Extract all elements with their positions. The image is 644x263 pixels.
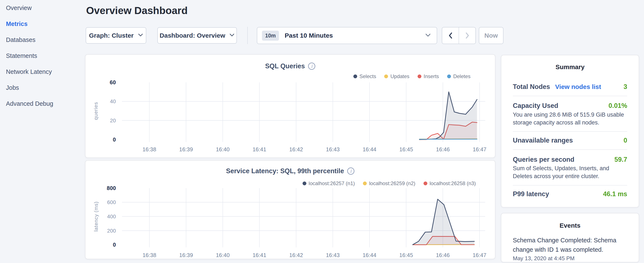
summary-row-p99-latency: P99 latency 46.1 ms <box>513 190 627 198</box>
chevron-down-icon <box>138 34 143 38</box>
svg-text:16:40: 16:40 <box>216 146 230 152</box>
svg-text:16:45: 16:45 <box>399 146 413 152</box>
summary-label: Queries per second <box>513 156 574 163</box>
svg-text:16:40: 16:40 <box>216 252 230 258</box>
svg-text:16:46: 16:46 <box>436 252 450 258</box>
next-time-button[interactable] <box>459 28 476 44</box>
summary-panel: Summary Total Nodes View nodes list 3 Ca… <box>501 55 639 207</box>
svg-text:400: 400 <box>107 214 116 219</box>
time-step-buttons <box>442 27 476 44</box>
summary-value: 59.7 <box>614 156 627 163</box>
summary-value: 0.01% <box>608 102 627 110</box>
svg-text:16:45: 16:45 <box>399 252 413 258</box>
now-button[interactable]: Now <box>479 27 504 44</box>
svg-text:16:41: 16:41 <box>252 252 266 258</box>
svg-text:16:38: 16:38 <box>142 146 156 152</box>
svg-text:queries: queries <box>93 102 99 120</box>
svg-text:16:38: 16:38 <box>143 252 156 258</box>
svg-text:latency (ms): latency (ms) <box>93 201 99 231</box>
summary-label: Unavailable ranges <box>513 137 573 144</box>
dashboard-dropdown[interactable]: Dashboard: Overview <box>157 27 237 44</box>
sidebar-item-jobs[interactable]: Jobs <box>0 80 85 96</box>
event-timestamp: May 13, 2020 at 4:45 PM <box>513 255 627 262</box>
service-latency-chart-card: Service Latency: SQL, 99th percentile i … <box>85 160 496 259</box>
svg-text:16:47: 16:47 <box>473 252 486 258</box>
chevron-down-icon <box>425 34 431 38</box>
summary-value: 3 <box>624 83 627 91</box>
summary-row-queries-per-second: Queries per second 59.7 <box>513 155 627 164</box>
chevron-down-icon <box>230 34 234 38</box>
previous-time-button[interactable] <box>442 28 459 44</box>
summary-title: Summary <box>501 63 639 71</box>
dashboard-label: Dashboard: Overview <box>160 32 225 39</box>
summary-row-capacity-used: Capacity Used 0.01% <box>513 101 627 110</box>
svg-text:16:44: 16:44 <box>363 146 376 152</box>
svg-text:16:47: 16:47 <box>473 146 486 152</box>
sql-queries-chart-card: SQL Queries i SelectsUpdatesInsertsDelet… <box>85 54 496 158</box>
divider <box>513 131 627 132</box>
svg-text:60: 60 <box>110 79 116 85</box>
svg-text:0: 0 <box>113 137 116 143</box>
sidebar-item-advanced-debug[interactable]: Advanced Debug <box>0 96 85 112</box>
graph-scope-label: Graph: Cluster <box>89 32 134 39</box>
svg-text:0: 0 <box>113 242 116 248</box>
page-title: Overview Dashboard <box>86 5 188 16</box>
summary-subtext: You are using 28.6 MiB of 515.9 GiB usab… <box>513 111 627 127</box>
event-item[interactable]: Schema Change Completed: Schema change w… <box>513 235 627 254</box>
toolbar-divider <box>247 27 248 44</box>
graph-scope-dropdown[interactable]: Graph: Cluster <box>86 27 146 44</box>
svg-text:16:44: 16:44 <box>363 252 376 258</box>
divider <box>513 149 627 150</box>
summary-value: 0 <box>624 137 627 144</box>
svg-text:16:39: 16:39 <box>179 146 193 152</box>
svg-text:40: 40 <box>110 99 116 104</box>
service-latency-plot: 16:3816:3916:4016:4116:4216:4316:4416:45… <box>86 161 495 259</box>
events-title: Events <box>501 222 639 229</box>
svg-text:16:46: 16:46 <box>436 146 450 152</box>
events-panel: Events Schema Change Completed: Schema c… <box>501 213 639 262</box>
summary-row-total-nodes: Total Nodes View nodes list 3 <box>513 82 627 91</box>
sidebar-item-network-latency[interactable]: Network Latency <box>0 64 85 80</box>
svg-text:600: 600 <box>107 199 116 205</box>
divider <box>513 96 627 96</box>
svg-text:16:42: 16:42 <box>289 252 303 258</box>
svg-text:200: 200 <box>107 228 116 234</box>
summary-row-unavailable-ranges: Unavailable ranges 0 <box>513 136 627 145</box>
sidebar: Overview Metrics Databases Statements Ne… <box>0 0 85 112</box>
time-window-badge: 10m <box>262 31 279 41</box>
svg-text:16:42: 16:42 <box>289 146 303 152</box>
svg-text:16:41: 16:41 <box>252 146 266 152</box>
summary-value: 46.1 ms <box>603 190 627 198</box>
sidebar-item-statements[interactable]: Statements <box>0 48 85 64</box>
svg-text:16:43: 16:43 <box>326 252 340 258</box>
time-window-dropdown[interactable]: 10m Past 10 Minutes <box>257 27 437 44</box>
sidebar-item-overview[interactable]: Overview <box>0 0 85 16</box>
svg-text:16:39: 16:39 <box>179 252 193 258</box>
view-nodes-list-link[interactable]: View nodes list <box>555 83 601 90</box>
summary-subtext: Sum of Selects, Updates, Inserts, and De… <box>513 164 627 180</box>
time-window-label: Past 10 Minutes <box>285 32 333 39</box>
svg-text:20: 20 <box>110 118 116 123</box>
summary-label: P99 latency <box>513 190 549 198</box>
sql-queries-plot: 16:3816:3916:4016:4116:4216:4316:4416:45… <box>86 55 495 157</box>
summary-label: Total Nodes <box>513 83 550 91</box>
sidebar-item-metrics[interactable]: Metrics <box>0 16 85 32</box>
divider <box>513 185 627 185</box>
summary-label: Capacity Used <box>513 102 558 110</box>
svg-text:800: 800 <box>107 185 116 191</box>
sidebar-item-databases[interactable]: Databases <box>0 32 85 48</box>
svg-text:16:43: 16:43 <box>326 146 340 152</box>
